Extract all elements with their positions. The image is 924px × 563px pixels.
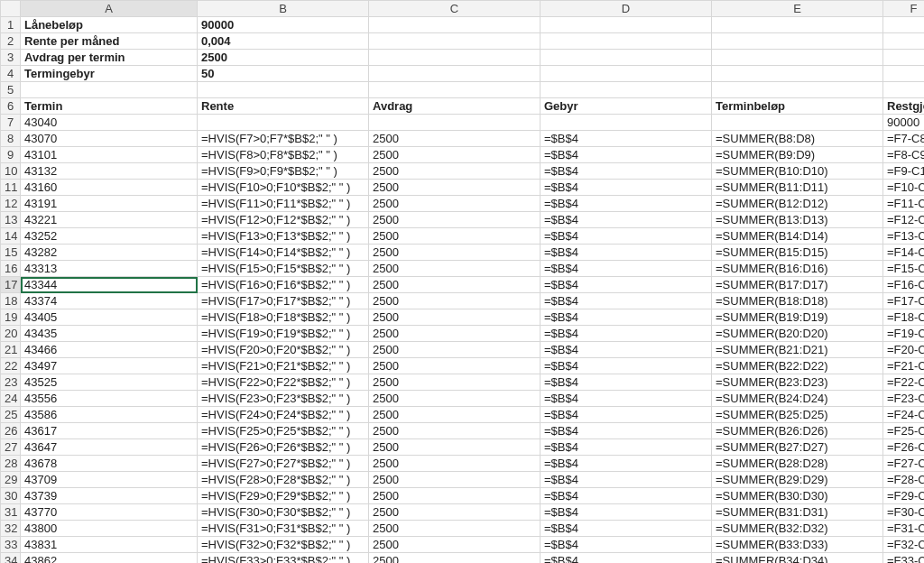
cell-F27[interactable]: =F26-C27 <box>883 439 925 456</box>
cell-D34[interactable]: =$B$4 <box>541 553 712 564</box>
cell-D30[interactable]: =$B$4 <box>541 488 712 504</box>
cell-F9[interactable]: =F8-C9 <box>883 147 925 163</box>
cell-C15[interactable]: 2500 <box>369 245 541 261</box>
cell-A24[interactable]: 43556 <box>21 391 198 407</box>
cell-B23[interactable]: =HVIS(F22>0;F22*$B$2;" " ) <box>198 374 369 391</box>
row-header-20[interactable]: 20 <box>1 326 21 342</box>
cell-A3[interactable]: Avdrag per termin <box>21 50 198 66</box>
cell-C6[interactable]: Avdrag <box>369 98 541 115</box>
cell-F29[interactable]: =F28-C29 <box>883 472 925 488</box>
row-header-30[interactable]: 30 <box>1 488 21 504</box>
cell-E28[interactable]: =SUMMER(B28:D28) <box>712 456 883 472</box>
cell-A4[interactable]: Termingebyr <box>21 66 198 82</box>
cell-D25[interactable]: =$B$4 <box>541 407 712 423</box>
cell-C17[interactable]: 2500 <box>369 277 541 293</box>
cell-E1[interactable] <box>712 17 883 33</box>
cell-A15[interactable]: 43282 <box>21 245 198 261</box>
cell-C25[interactable]: 2500 <box>369 407 541 423</box>
cell-C11[interactable]: 2500 <box>369 180 541 196</box>
cell-B28[interactable]: =HVIS(F27>0;F27*$B$2;" " ) <box>198 456 369 472</box>
cell-F14[interactable]: =F13-C14 <box>883 228 925 245</box>
cell-C1[interactable] <box>369 17 541 33</box>
cell-F33[interactable]: =F32-C33 <box>883 537 925 553</box>
cell-E25[interactable]: =SUMMER(B25:D25) <box>712 407 883 423</box>
cell-F12[interactable]: =F11-C12 <box>883 196 925 212</box>
cell-E10[interactable]: =SUMMER(B10:D10) <box>712 163 883 180</box>
cell-C29[interactable]: 2500 <box>369 472 541 488</box>
cell-E34[interactable]: =SUMMER(B34:D34) <box>712 553 883 564</box>
cell-D4[interactable] <box>541 66 712 82</box>
cell-E3[interactable] <box>712 50 883 66</box>
cell-F26[interactable]: =F25-C26 <box>883 423 925 439</box>
cell-E33[interactable]: =SUMMER(B33:D33) <box>712 537 883 553</box>
cell-F3[interactable] <box>883 50 925 66</box>
cell-A6[interactable]: Termin <box>21 98 198 115</box>
cell-E14[interactable]: =SUMMER(B14:D14) <box>712 228 883 245</box>
row-header-24[interactable]: 24 <box>1 391 21 407</box>
cell-D2[interactable] <box>541 33 712 50</box>
cell-F24[interactable]: =F23-C24 <box>883 391 925 407</box>
cell-B26[interactable]: =HVIS(F25>0;F25*$B$2;" " ) <box>198 423 369 439</box>
cell-C21[interactable]: 2500 <box>369 342 541 358</box>
cell-E5[interactable] <box>712 82 883 98</box>
cell-F10[interactable]: =F9-C10 <box>883 163 925 180</box>
cell-B19[interactable]: =HVIS(F18>0;F18*$B$2;" " ) <box>198 309 369 326</box>
cell-D26[interactable]: =$B$4 <box>541 423 712 439</box>
cell-C2[interactable] <box>369 33 541 50</box>
cell-A31[interactable]: 43770 <box>21 504 198 521</box>
cell-A23[interactable]: 43525 <box>21 374 198 391</box>
cell-F11[interactable]: =F10-C11 <box>883 180 925 196</box>
cell-D10[interactable]: =$B$4 <box>541 163 712 180</box>
cell-C12[interactable]: 2500 <box>369 196 541 212</box>
cell-B30[interactable]: =HVIS(F29>0;F29*$B$2;" " ) <box>198 488 369 504</box>
cell-E16[interactable]: =SUMMER(B16:D16) <box>712 261 883 277</box>
column-header-C[interactable]: C <box>369 1 541 17</box>
cell-D9[interactable]: =$B$4 <box>541 147 712 163</box>
cell-B16[interactable]: =HVIS(F15>0;F15*$B$2;" " ) <box>198 261 369 277</box>
cell-F25[interactable]: =F24-C25 <box>883 407 925 423</box>
cell-A28[interactable]: 43678 <box>21 456 198 472</box>
cell-E15[interactable]: =SUMMER(B15:D15) <box>712 245 883 261</box>
cell-D3[interactable] <box>541 50 712 66</box>
cell-D20[interactable]: =$B$4 <box>541 326 712 342</box>
row-header-22[interactable]: 22 <box>1 358 21 374</box>
row-header-28[interactable]: 28 <box>1 456 21 472</box>
cell-F17[interactable]: =F16-C17 <box>883 277 925 293</box>
cell-D27[interactable]: =$B$4 <box>541 439 712 456</box>
cell-D5[interactable] <box>541 82 712 98</box>
cell-B8[interactable]: =HVIS(F7>0;F7*$B$2;" " ) <box>198 131 369 147</box>
cell-D22[interactable]: =$B$4 <box>541 358 712 374</box>
row-header-25[interactable]: 25 <box>1 407 21 423</box>
row-header-15[interactable]: 15 <box>1 245 21 261</box>
row-header-32[interactable]: 32 <box>1 521 21 537</box>
cell-A2[interactable]: Rente per måned <box>21 33 198 50</box>
cell-F2[interactable] <box>883 33 925 50</box>
cell-B14[interactable]: =HVIS(F13>0;F13*$B$2;" " ) <box>198 228 369 245</box>
row-header-26[interactable]: 26 <box>1 423 21 439</box>
row-header-6[interactable]: 6 <box>1 98 21 115</box>
cell-A22[interactable]: 43497 <box>21 358 198 374</box>
row-header-10[interactable]: 10 <box>1 163 21 180</box>
cell-B31[interactable]: =HVIS(F30>0;F30*$B$2;" " ) <box>198 504 369 521</box>
column-header-D[interactable]: D <box>541 1 712 17</box>
cell-B5[interactable] <box>198 82 369 98</box>
cell-E29[interactable]: =SUMMER(B29:D29) <box>712 472 883 488</box>
cell-E9[interactable]: =SUMMER(B9:D9) <box>712 147 883 163</box>
cell-C33[interactable]: 2500 <box>369 537 541 553</box>
cell-B18[interactable]: =HVIS(F17>0;F17*$B$2;" " ) <box>198 293 369 309</box>
cell-C7[interactable] <box>369 115 541 131</box>
cell-B15[interactable]: =HVIS(F14>0;F14*$B$2;" " ) <box>198 245 369 261</box>
cell-A34[interactable]: 43862 <box>21 553 198 564</box>
cell-C9[interactable]: 2500 <box>369 147 541 163</box>
cell-A10[interactable]: 43132 <box>21 163 198 180</box>
cell-E11[interactable]: =SUMMER(B11:D11) <box>712 180 883 196</box>
cell-A7[interactable]: 43040 <box>21 115 198 131</box>
cell-A20[interactable]: 43435 <box>21 326 198 342</box>
cell-B17[interactable]: =HVIS(F16>0;F16*$B$2;" " ) <box>198 277 369 293</box>
cell-E13[interactable]: =SUMMER(B13:D13) <box>712 212 883 228</box>
cell-C30[interactable]: 2500 <box>369 488 541 504</box>
cell-C32[interactable]: 2500 <box>369 521 541 537</box>
cell-D11[interactable]: =$B$4 <box>541 180 712 196</box>
cell-C4[interactable] <box>369 66 541 82</box>
cell-E2[interactable] <box>712 33 883 50</box>
